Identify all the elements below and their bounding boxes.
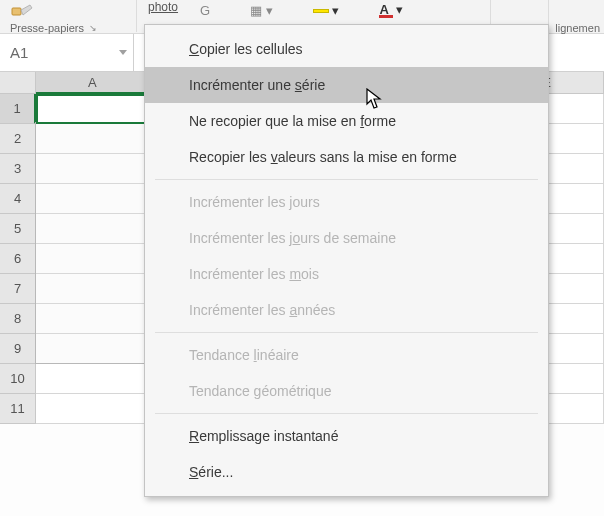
chevron-down-icon[interactable] <box>119 50 127 55</box>
cell[interactable] <box>36 94 150 124</box>
row-header[interactable]: 3 <box>0 154 36 184</box>
menu-item[interactable]: Incrémenter une série <box>145 67 548 103</box>
cell[interactable] <box>36 364 150 394</box>
ribbon-font-tools: G ▦ ▾ ▾ A ▾ <box>200 0 403 20</box>
font-color-button[interactable]: A ▾ <box>379 2 403 18</box>
clipboard-group <box>8 2 40 22</box>
row-header[interactable]: 11 <box>0 394 36 424</box>
border-button[interactable]: ▦ ▾ <box>250 3 273 18</box>
menu-item: Incrémenter les mois <box>145 256 548 292</box>
row-header[interactable]: 9 <box>0 334 36 364</box>
row-header[interactable]: 6 <box>0 244 36 274</box>
photo-label: photo <box>148 0 178 14</box>
menu-separator <box>155 179 538 180</box>
menu-separator <box>155 332 538 333</box>
menu-item[interactable]: Ne recopier que la mise en forme <box>145 103 548 139</box>
svg-rect-0 <box>12 8 21 15</box>
dialog-launcher-icon[interactable]: ↘ <box>89 23 97 33</box>
menu-item[interactable]: Remplissage instantané <box>145 418 548 454</box>
menu-item: Incrémenter les jours de semaine <box>145 220 548 256</box>
format-painter-icon[interactable] <box>8 2 40 22</box>
column-header[interactable]: A <box>36 72 150 94</box>
menu-item: Tendance linéaire <box>145 337 548 373</box>
autofill-context-menu: Copier les cellulesIncrémenter une série… <box>144 24 549 497</box>
cell[interactable] <box>36 244 150 274</box>
name-box[interactable]: A1 <box>0 34 134 71</box>
row-header[interactable]: 1 <box>0 94 36 124</box>
font-button[interactable]: G <box>200 3 210 18</box>
row-header[interactable]: 10 <box>0 364 36 394</box>
fill-color-button[interactable]: ▾ <box>313 3 340 18</box>
row-headers: 1234567891011 <box>0 94 36 424</box>
menu-item: Tendance géométrique <box>145 373 548 409</box>
cell[interactable] <box>36 274 150 304</box>
alignment-group-label: lignemen <box>555 22 600 34</box>
menu-item[interactable]: Copier les cellules <box>145 31 548 67</box>
row-header[interactable]: 8 <box>0 304 36 334</box>
row-header[interactable]: 2 <box>0 124 36 154</box>
menu-item: Incrémenter les années <box>145 292 548 328</box>
row-header[interactable]: 7 <box>0 274 36 304</box>
menu-separator <box>155 413 538 414</box>
select-all-corner[interactable] <box>0 72 36 94</box>
cell[interactable] <box>36 154 150 184</box>
cell[interactable] <box>36 214 150 244</box>
cell[interactable] <box>36 304 150 334</box>
menu-item[interactable]: Série... <box>145 454 548 490</box>
name-box-value: A1 <box>10 44 28 61</box>
cell[interactable] <box>36 184 150 214</box>
menu-item: Incrémenter les jours <box>145 184 548 220</box>
row-header[interactable]: 5 <box>0 214 36 244</box>
clipboard-group-label: Presse-papiers ↘ <box>10 22 97 34</box>
cell[interactable] <box>36 124 150 154</box>
row-header[interactable]: 4 <box>0 184 36 214</box>
cell[interactable] <box>36 334 150 364</box>
cell[interactable] <box>36 394 150 424</box>
menu-item[interactable]: Recopier les valeurs sans la mise en for… <box>145 139 548 175</box>
